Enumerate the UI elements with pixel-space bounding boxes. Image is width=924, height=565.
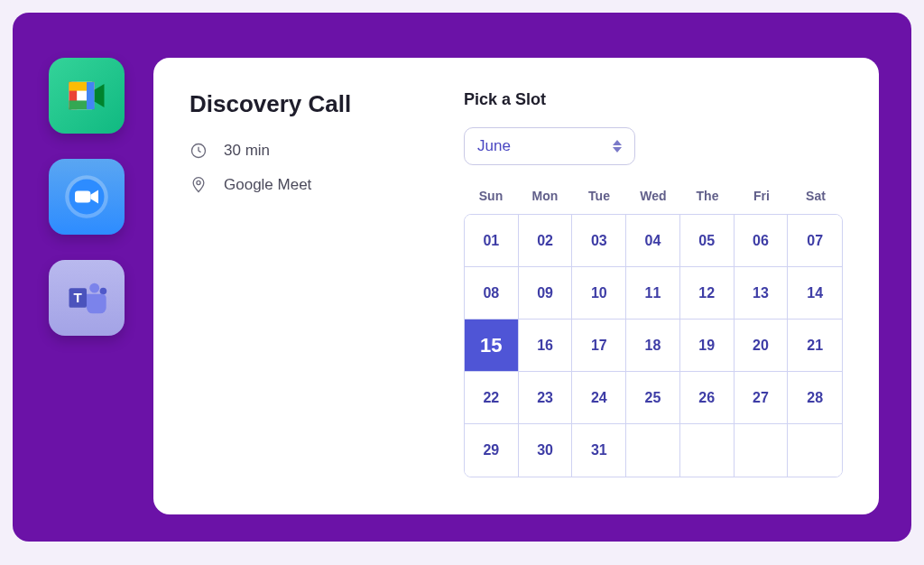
calendar-day[interactable]: 07	[788, 215, 842, 267]
calendar-day[interactable]: 01	[465, 215, 519, 267]
calendar-day[interactable]: 11	[626, 267, 680, 320]
svg-point-10	[89, 283, 99, 293]
zoom-icon[interactable]	[49, 159, 125, 235]
calendar-day[interactable]: 20	[735, 320, 789, 372]
dow-header: SunMonTueWedTheFriSat	[464, 183, 843, 208]
clock-icon	[189, 142, 208, 160]
calendar-day[interactable]: 15	[465, 320, 519, 372]
google-meet-icon[interactable]	[49, 58, 125, 134]
svg-rect-4	[87, 82, 95, 109]
calendar-day[interactable]: 31	[572, 424, 626, 477]
slot-picker: Pick a Slot June SunMonTueWedTheFriSat 0…	[464, 90, 843, 482]
calendar-day[interactable]: 03	[572, 215, 626, 267]
booking-card: Discovery Call 30 min Google Meet Pick	[153, 58, 879, 514]
calendar-day[interactable]: 09	[519, 267, 573, 320]
event-details: Discovery Call 30 min Google Meet	[189, 90, 424, 482]
event-title: Discovery Call	[189, 90, 424, 118]
teams-icon[interactable]: T	[49, 260, 125, 336]
calendar-day[interactable]: 13	[735, 267, 789, 320]
calendar-day[interactable]: 06	[735, 215, 789, 267]
location-icon	[189, 176, 208, 194]
dow-label: Mon	[518, 183, 572, 208]
calendar-day[interactable]: 17	[572, 320, 626, 372]
dow-label: Wed	[626, 183, 680, 208]
chevron-up-icon	[613, 140, 622, 145]
dow-label: Tue	[572, 183, 626, 208]
calendar-day[interactable]: 16	[519, 320, 573, 372]
calendar-day[interactable]: 10	[572, 267, 626, 320]
month-value: June	[477, 137, 511, 155]
calendar-day[interactable]: 24	[572, 372, 626, 424]
calendar-day[interactable]: 29	[465, 424, 519, 477]
calendar-day[interactable]: 30	[519, 424, 573, 477]
chevron-down-icon	[613, 147, 622, 153]
month-stepper[interactable]	[613, 140, 622, 153]
calendar-day[interactable]: 26	[680, 372, 735, 424]
integration-sidebar: T	[45, 58, 128, 514]
calendar-day[interactable]: 28	[788, 372, 842, 424]
calendar-day[interactable]: 14	[788, 267, 842, 320]
dow-label: Sat	[789, 183, 843, 208]
calendar-day[interactable]: 05	[680, 215, 735, 267]
calendar-empty-cell	[788, 424, 842, 477]
calendar-day[interactable]: 19	[680, 320, 735, 372]
pick-slot-label: Pick a Slot	[464, 90, 843, 109]
svg-rect-7	[75, 191, 90, 203]
calendar-day[interactable]: 27	[735, 372, 789, 424]
svg-text:T: T	[74, 290, 83, 305]
event-duration: 30 min	[224, 142, 270, 160]
event-location-row: Google Meet	[189, 176, 424, 194]
svg-point-11	[100, 288, 107, 295]
svg-point-13	[197, 181, 200, 184]
dow-label: Sun	[464, 183, 518, 208]
event-duration-row: 30 min	[189, 142, 424, 160]
calendar-grid: 0102030405060708091011121314151617181920…	[464, 214, 843, 477]
calendar-day[interactable]: 18	[626, 320, 680, 372]
calendar-empty-cell	[735, 424, 789, 477]
calendar-day[interactable]: 04	[626, 215, 680, 267]
dow-label: Fri	[735, 183, 789, 208]
booking-panel: T Discovery Call 30 min	[13, 13, 911, 542]
event-location: Google Meet	[224, 176, 311, 194]
calendar-day[interactable]: 02	[519, 215, 573, 267]
calendar-day[interactable]: 12	[680, 267, 735, 320]
month-select[interactable]: June	[464, 127, 635, 165]
calendar-empty-cell	[680, 424, 735, 477]
calendar-day[interactable]: 08	[465, 267, 519, 320]
calendar-day[interactable]: 21	[788, 320, 842, 372]
calendar-empty-cell	[626, 424, 680, 477]
calendar-day[interactable]: 25	[626, 372, 680, 424]
calendar-day[interactable]: 22	[465, 372, 519, 424]
dow-label: The	[680, 183, 735, 208]
calendar-day[interactable]: 23	[519, 372, 573, 424]
